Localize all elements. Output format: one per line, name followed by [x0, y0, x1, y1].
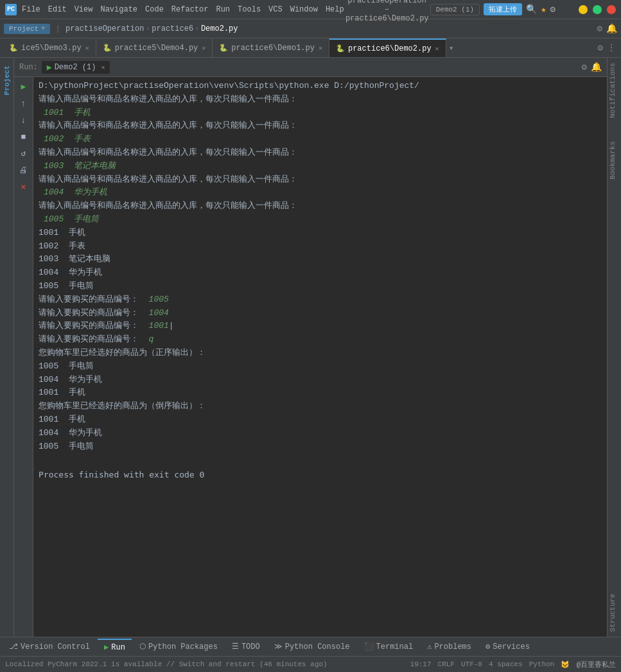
app-icon: PC: [5, 4, 17, 15]
project-chevron: ▼: [41, 25, 45, 32]
run-tab-close[interactable]: ✕: [101, 64, 105, 71]
cursor-position[interactable]: 19:17: [410, 660, 432, 668]
tab-close-2[interactable]: ✕: [319, 44, 322, 52]
console-line: D:\pythonProject\practiseOperation\venv\…: [39, 80, 607, 93]
run-scroll-up[interactable]: ↑: [17, 96, 31, 110]
run-play-icon: ▶: [47, 62, 52, 73]
run-label-bottom: Run: [111, 643, 125, 652]
menu-run[interactable]: Run: [216, 5, 230, 14]
console-line: 1004 华为手机: [39, 186, 607, 200]
console-line: 1001 手机: [39, 386, 607, 400]
nav-settings-icon[interactable]: ⚙: [597, 23, 602, 34]
notifications-label[interactable]: Notifications: [608, 58, 621, 123]
run-label: Run:: [19, 63, 38, 72]
run-stop-button[interactable]: ■: [17, 130, 31, 144]
window-title: practiseOperation – practice6\Demo2.py: [344, 0, 430, 23]
bottom-tab-python-console[interactable]: ≫ Python Console: [268, 639, 356, 654]
editor-more-icon[interactable]: ⋮: [607, 42, 616, 53]
upload-button[interactable]: 拓逮上传: [484, 3, 522, 15]
tab-close-0[interactable]: ✕: [85, 44, 89, 52]
menu-help[interactable]: Help: [326, 5, 344, 14]
tab-demo2-active[interactable]: 🐍 practice6\Demo2.py ✕: [329, 39, 446, 57]
plugin-icon[interactable]: ★: [541, 4, 546, 15]
vcs-icon: ⎇: [9, 642, 18, 651]
bottom-tab-run[interactable]: ▶ Run: [98, 639, 132, 655]
menu-tools[interactable]: Tools: [238, 5, 261, 14]
packages-icon: ⬡: [139, 642, 146, 651]
console-line: 1003 笔记本电脑: [39, 253, 607, 266]
bottom-tab-vcs[interactable]: ⎇ Version Control: [3, 639, 96, 654]
bottom-tab-problems[interactable]: ⚠ Problems: [421, 639, 478, 654]
demo-label[interactable]: Demo2 (1): [430, 4, 480, 15]
git-icon[interactable]: 🐱: [561, 660, 570, 669]
indent[interactable]: 4 spaces: [489, 660, 523, 668]
tab-close-1[interactable]: ✕: [202, 44, 206, 52]
run-play-button[interactable]: ▶: [17, 80, 31, 94]
tab-demo4[interactable]: 🐍 practice5\Demo4.py ✕: [96, 39, 213, 57]
update-message[interactable]: Localized PyCharm 2022.1 is available //…: [5, 660, 328, 668]
packages-label: Python Packages: [148, 642, 218, 651]
line-ending[interactable]: CRLF: [438, 660, 455, 668]
breadcrumb-root[interactable]: practiseOperation: [66, 24, 144, 33]
run-tab[interactable]: ▶ Demo2 (1) ✕: [42, 61, 110, 74]
sep1: |: [55, 24, 60, 33]
project-tab[interactable]: Project ▼: [4, 24, 50, 34]
run-print-button[interactable]: 🖨: [17, 163, 31, 177]
console-line: 1005 手电筒: [39, 360, 607, 374]
breadcrumb-practice6[interactable]: practice6: [152, 24, 193, 33]
minimize-button[interactable]: [579, 5, 588, 14]
close-button[interactable]: [607, 5, 616, 14]
console-output: D:\pythonProject\practiseOperation\venv\…: [33, 77, 607, 637]
tab-icon-1: 🐍: [103, 44, 112, 52]
plugin2-icon[interactable]: ⚙: [550, 4, 555, 15]
bottom-tab-terminal[interactable]: ⬛ Terminal: [358, 639, 420, 654]
terminal-label: Terminal: [376, 642, 414, 651]
console-line: 您购物车里已经选好的商品为（正序输出）：: [39, 347, 607, 360]
services-icon: ⚙: [485, 642, 490, 651]
encoding[interactable]: UTF-8: [461, 660, 482, 668]
run-notifications-icon[interactable]: 🔔: [591, 62, 602, 73]
console-line: 1005 手电筒: [39, 280, 607, 293]
run-rerun-button[interactable]: ↺: [17, 146, 31, 160]
menu-edit[interactable]: Edit: [48, 5, 67, 14]
maximize-button[interactable]: [593, 5, 602, 14]
menu-file[interactable]: File: [22, 5, 40, 14]
menu-window[interactable]: Window: [290, 5, 318, 14]
run-settings-icon[interactable]: ⚙: [582, 62, 587, 73]
console-line: 1002 手表: [39, 240, 607, 254]
run-controls: ▶ ↑ ↓ ■ ↺ 🖨 ✕: [14, 77, 33, 637]
right-sidebar: Notifications Bookmarks Structure: [607, 58, 621, 637]
menu-refactor[interactable]: Refactor: [171, 5, 209, 14]
console-line: 1001 手机: [39, 413, 607, 427]
search-icon[interactable]: 🔍: [526, 4, 537, 15]
console-line: 1005 手电筒: [39, 440, 607, 454]
console-line: [39, 453, 607, 463]
tab-icon-0: 🐍: [9, 44, 18, 52]
project-sidebar-label[interactable]: Project: [2, 60, 12, 100]
python-console-label: Python Console: [285, 642, 350, 651]
tab-label-0: ice5\Demo3.py: [21, 44, 82, 53]
structure-label[interactable]: Structure: [608, 589, 621, 637]
bottom-tab-todo[interactable]: ☰ TODO: [225, 639, 267, 654]
language[interactable]: Python: [529, 660, 555, 668]
menu-navigate[interactable]: Navigate: [100, 5, 137, 14]
menu-vcs[interactable]: VCS: [268, 5, 283, 14]
console-line: 请输入要购买的商品编号： q: [39, 333, 607, 347]
bottom-tab-packages[interactable]: ⬡ Python Packages: [133, 639, 224, 654]
editor-settings-icon[interactable]: ⚙: [598, 42, 603, 53]
menu-view[interactable]: View: [74, 5, 93, 14]
tab-demo1[interactable]: 🐍 practice6\Demo1.py ✕: [213, 39, 329, 57]
console-line: 1004 华为手机: [39, 427, 607, 440]
tab-demo3[interactable]: 🐍 ice5\Demo3.py ✕: [3, 39, 96, 57]
tab-overflow-button[interactable]: ▾: [446, 39, 457, 57]
breadcrumb-file[interactable]: Demo2.py: [201, 24, 238, 33]
nav-notifications-icon[interactable]: 🔔: [606, 23, 617, 34]
bookmarks-label[interactable]: Bookmarks: [608, 136, 621, 184]
bottom-tab-services[interactable]: ⚙ Services: [479, 639, 536, 654]
tab-close-3[interactable]: ✕: [435, 45, 439, 53]
top-actions: Demo2 (1) 拓逮上传 🔍 ★ ⚙: [430, 3, 555, 15]
run-scroll-down[interactable]: ↓: [17, 113, 31, 127]
menu-code[interactable]: Code: [145, 5, 164, 14]
console-line: 1001 手机: [39, 107, 607, 120]
run-clear-button[interactable]: ✕: [17, 180, 31, 194]
